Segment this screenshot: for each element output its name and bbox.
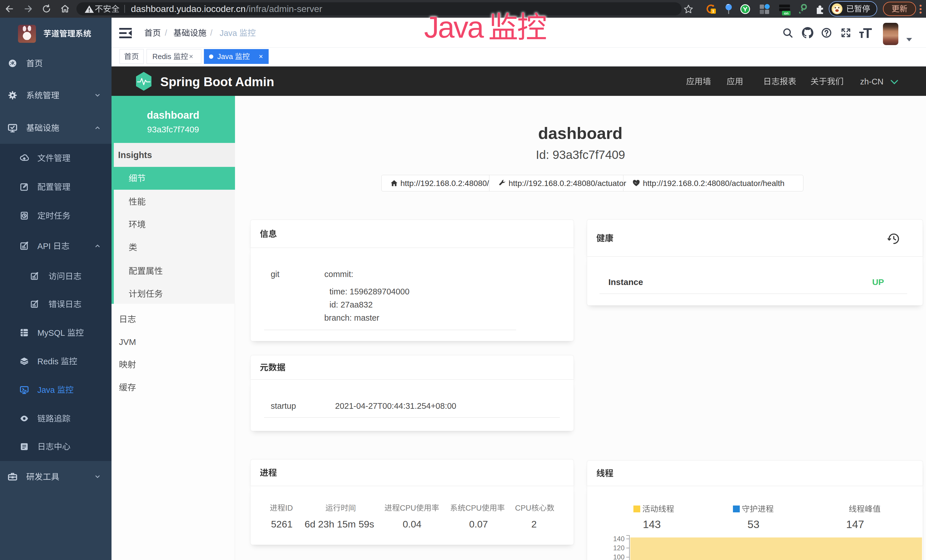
svg-text:Id: 93a3fc7f7409: Id: 93a3fc7f7409 bbox=[536, 148, 625, 162]
svg-text:Redis: Redis bbox=[152, 52, 171, 61]
svg-text:93a3fc7f7409: 93a3fc7f7409 bbox=[147, 125, 199, 134]
svg-text:http://192.168.0.2:48080/actua: http://192.168.0.2:48080/actuator/health bbox=[643, 179, 785, 188]
svg-text:CPU: CPU bbox=[515, 504, 531, 512]
svg-text:2: 2 bbox=[531, 519, 537, 530]
svg-text:140: 140 bbox=[613, 535, 625, 543]
svg-text:on: on bbox=[784, 11, 788, 15]
svg-text:0.07: 0.07 bbox=[469, 519, 488, 530]
svg-text:/infra/admin-server: /infra/admin-server bbox=[246, 4, 322, 14]
svg-text:6d 23h 15m 59s: 6d 23h 15m 59s bbox=[304, 519, 374, 530]
svg-text:间: 间 bbox=[348, 504, 356, 512]
svg-text:MySQL: MySQL bbox=[37, 328, 65, 337]
svg-text:UP: UP bbox=[872, 277, 884, 287]
svg-text:http://192.168.0.2:48080/actua: http://192.168.0.2:48080/actuator bbox=[508, 179, 626, 188]
svg-text:Spring Boot Admin: Spring Boot Admin bbox=[160, 75, 274, 89]
svg-text:id: 27aa832: id: 27aa832 bbox=[329, 300, 373, 309]
svg-text:Insights: Insights bbox=[118, 150, 152, 160]
svg-text:147: 147 bbox=[846, 518, 864, 530]
svg-text:1: 1 bbox=[712, 9, 714, 14]
svg-text:commit:: commit: bbox=[324, 269, 353, 278]
svg-text:API: API bbox=[37, 241, 51, 250]
svg-text:53: 53 bbox=[747, 518, 760, 530]
svg-text:/: / bbox=[165, 28, 167, 37]
svg-text:Java: Java bbox=[37, 385, 55, 394]
svg-text:ID: ID bbox=[285, 504, 293, 512]
svg-text:100: 100 bbox=[613, 553, 625, 560]
svg-text:2021-04-27T00:44:31.254+08:00: 2021-04-27T00:44:31.254+08:00 bbox=[335, 401, 456, 410]
svg-text:Redis: Redis bbox=[37, 357, 59, 366]
svg-text:143: 143 bbox=[643, 518, 661, 530]
svg-text:Instance: Instance bbox=[608, 277, 643, 287]
svg-text:CPU: CPU bbox=[465, 504, 482, 512]
svg-text:/: / bbox=[210, 28, 212, 37]
svg-text:120: 120 bbox=[613, 544, 625, 552]
svg-text:branch: master: branch: master bbox=[324, 313, 379, 322]
svg-text:dashboard: dashboard bbox=[147, 109, 199, 121]
svg-text:Java: Java bbox=[217, 52, 233, 61]
svg-text:git: git bbox=[271, 269, 280, 278]
svg-text:time: 1596289704000: time: 1596289704000 bbox=[329, 287, 410, 296]
svg-text:CPU: CPU bbox=[400, 504, 416, 512]
svg-text:JVM: JVM bbox=[119, 337, 136, 347]
svg-text:Java: Java bbox=[219, 28, 237, 37]
svg-text:http://192.168.0.2:48080/: http://192.168.0.2:48080/ bbox=[400, 179, 489, 188]
svg-text:5261: 5261 bbox=[271, 519, 293, 530]
svg-text:dashboard: dashboard bbox=[538, 124, 623, 142]
svg-text:0.04: 0.04 bbox=[403, 519, 422, 530]
svg-text:startup: startup bbox=[271, 401, 296, 410]
svg-text:dashboard.yudao.iocoder.cn: dashboard.yudao.iocoder.cn bbox=[131, 4, 245, 14]
svg-text:Java: Java bbox=[424, 11, 484, 44]
svg-text:zh-CN: zh-CN bbox=[860, 77, 884, 86]
